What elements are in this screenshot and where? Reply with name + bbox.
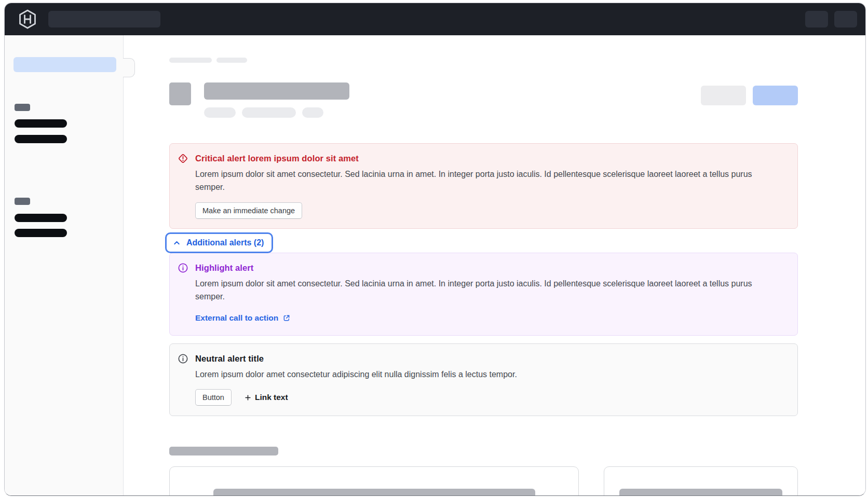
- page-header-actions: [701, 82, 798, 105]
- critical-alert-body: Lorem ipsum dolor sit amet consectetur. …: [195, 168, 753, 194]
- secondary-action-button-skeleton[interactable]: [701, 86, 746, 105]
- sidebar-item-skeleton[interactable]: [15, 214, 67, 222]
- highlight-alert-link-label: External call to action: [195, 313, 278, 323]
- meta-pill-skeleton: [204, 107, 236, 118]
- highlight-alert: Highlight alert Lorem ipsum dolor sit am…: [169, 253, 798, 336]
- external-link-icon: [282, 314, 291, 322]
- primary-action-button-skeleton[interactable]: [753, 86, 798, 105]
- topbar-action-placeholder[interactable]: [834, 11, 857, 27]
- neutral-alert-link-label: Link text: [255, 393, 288, 402]
- additional-alerts-toggle[interactable]: Additional alerts (2): [165, 232, 273, 253]
- neutral-alert: Neutral alert title Lorem ipsum dolor am…: [169, 343, 798, 416]
- highlight-alert-body: Lorem ipsum dolor sit amet consectetur. …: [195, 277, 753, 303]
- critical-alert-title: Critical alert lorem ipsum dolor sit ame…: [195, 153, 787, 164]
- page-title-skeleton: [204, 82, 349, 100]
- main-content: Critical alert lorem ipsum dolor sit ame…: [124, 35, 865, 496]
- meta-pill-skeleton: [242, 107, 296, 118]
- page-meta-skeleton: [204, 107, 798, 118]
- sidebar-active-item-skeleton[interactable]: [13, 57, 116, 72]
- bottom-cards: [169, 466, 798, 496]
- breadcrumb-item-skeleton: [216, 58, 247, 63]
- additional-alerts-toggle-label: Additional alerts (2): [186, 237, 264, 248]
- neutral-alert-title: Neutral alert title: [195, 353, 787, 364]
- sidebar-section-label-skeleton: [15, 198, 30, 205]
- sidebar-toggle[interactable]: [123, 58, 135, 77]
- app-window: Critical alert lorem ipsum dolor sit ame…: [4, 3, 866, 496]
- hashicorp-logo-icon[interactable]: [18, 9, 37, 29]
- sidebar-item-skeleton[interactable]: [15, 229, 67, 237]
- card-content-skeleton: [619, 489, 782, 496]
- sidebar-item-skeleton[interactable]: [15, 135, 67, 143]
- neutral-alert-body: Lorem ipsum dolor amet consectetur adipi…: [195, 368, 753, 381]
- neutral-alert-link[interactable]: Link text: [244, 393, 288, 402]
- page-icon-skeleton: [169, 82, 191, 105]
- info-circle-icon: [178, 353, 188, 416]
- highlight-alert-external-link[interactable]: External call to action: [195, 313, 291, 323]
- info-circle-icon: [178, 263, 188, 335]
- plus-icon: [244, 394, 252, 402]
- sidebar-section-label-skeleton: [15, 104, 30, 111]
- highlight-alert-title: Highlight alert: [195, 262, 787, 273]
- alert-diamond-icon: [178, 153, 188, 228]
- critical-alert: Critical alert lorem ipsum dolor sit ame…: [169, 143, 798, 229]
- topbar-action-placeholder[interactable]: [805, 11, 828, 27]
- sidebar: [5, 35, 124, 496]
- top-nav: [5, 3, 865, 35]
- page-header: [169, 82, 798, 105]
- sidebar-item-skeleton[interactable]: [15, 119, 67, 128]
- card-content-skeleton: [213, 489, 535, 496]
- breadcrumb-item-skeleton: [169, 58, 212, 63]
- meta-pill-skeleton: [302, 107, 323, 118]
- search-input[interactable]: [48, 11, 160, 27]
- section-heading-skeleton: [169, 447, 278, 455]
- neutral-alert-button[interactable]: Button: [195, 389, 232, 406]
- content-card: [169, 466, 579, 496]
- chevron-up-icon: [172, 239, 181, 247]
- critical-alert-action-button[interactable]: Make an immediate change: [195, 202, 302, 219]
- topbar-actions: [805, 11, 857, 27]
- breadcrumb: [169, 58, 798, 63]
- content-card: [604, 466, 798, 496]
